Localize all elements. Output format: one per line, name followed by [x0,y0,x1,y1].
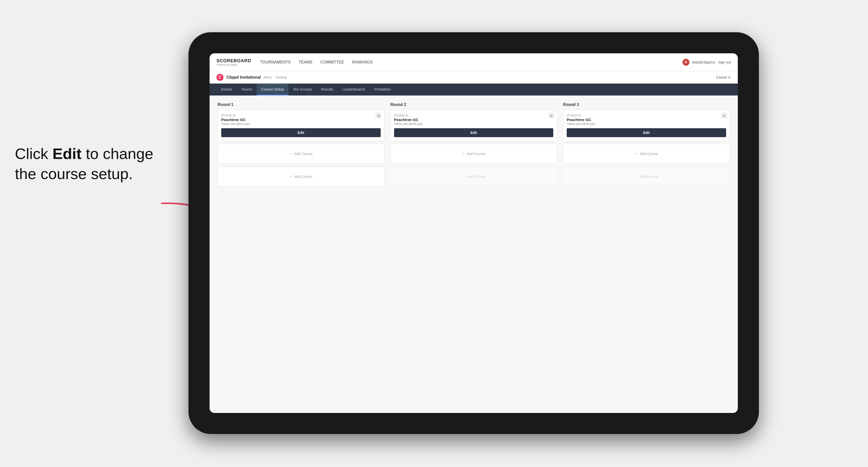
round-3-course-details: Yellow (M) (6629 yds) [567,122,726,126]
round-2-course-card: (Course A) Peachtree GC Yellow (M) (6629… [390,110,557,141]
tournament-hosting: Hosting [276,75,287,79]
nav-links: TOURNAMENTS TEAMS COMMITTEE RANKINGS [260,59,682,65]
tournament-name: Clippd Invitational [226,75,261,80]
round-2-course-details: Yellow (M) (6629 yds) [394,122,554,126]
round-1-column: Round 1 (Course A) Peachtree GC Yellow (… [217,102,384,189]
tab-results[interactable]: Results [316,84,338,95]
tablet-screen: SCOREBOARD Powered by clippd TOURNAMENTS… [210,53,738,413]
tab-teams[interactable]: Teams [237,84,257,95]
round-3-add-icon-2: ＋ [635,174,638,179]
round-2-edit-button[interactable]: Edit [394,128,554,137]
tab-leaderboards[interactable]: Leaderboards [338,84,370,95]
round-2-course-name: Peachtree GC [394,118,554,122]
top-nav: SCOREBOARD Powered by clippd TOURNAMENTS… [210,53,738,71]
round-3-column: Round 3 (Course A) Peachtree GC Yellow (… [563,102,730,189]
round-1-add-course-1[interactable]: ＋ Add Course [217,144,384,164]
user-email: blair@clippd.io [692,60,715,64]
tournament-gender: (Men) [264,75,272,79]
round-1-course-label: (Course A) [221,114,381,117]
user-avatar: B [682,59,689,66]
round-3-add-course-2: ＋ Add Course [563,167,730,187]
round-1-edit-button[interactable]: Edit [221,128,381,137]
round-2-add-course-2: ＋ Add Course [390,167,557,187]
tabs-bar: Details Teams Course Setup Tee Groups Re… [210,84,738,95]
annotation-prefix: Click [15,145,53,162]
round-1-course-details: Yellow (M) (6629 yds) [221,122,381,126]
round-1-add-course-2[interactable]: ＋ Add Course [217,167,384,187]
tab-tee-groups[interactable]: Tee Groups [288,84,317,95]
nav-link-teams[interactable]: TEAMS [299,59,312,65]
nav-link-tournaments[interactable]: TOURNAMENTS [260,59,291,65]
sign-out-link[interactable]: Sign out [718,60,731,64]
logo-title: SCOREBOARD [217,58,251,63]
nav-right: B blair@clippd.io Sign out [682,59,731,66]
tab-details[interactable]: Details [217,84,237,95]
round-2-column: Round 2 (Course A) Peachtree GC Yellow (… [390,102,557,189]
round-1-course-name: Peachtree GC [221,118,381,122]
round-2-delete-button[interactable]: ⊟ [548,113,554,119]
nav-link-rankings[interactable]: RANKINGS [352,59,373,65]
scoreboard-logo: SCOREBOARD Powered by clippd [217,58,251,66]
round-3-course-card: (Course A) Peachtree GC Yellow (M) (6629… [563,110,730,141]
round-1-title: Round 1 [217,102,384,107]
round-3-course-name: Peachtree GC [567,118,726,122]
rounds-container: Round 1 (Course A) Peachtree GC Yellow (… [217,102,730,189]
tab-printables[interactable]: Printables [370,84,395,95]
round-1-delete-button[interactable]: ⊟ [376,113,382,119]
round-2-add-course-1[interactable]: ＋ Add Course [390,144,557,164]
round-1-course-card: (Course A) Peachtree GC Yellow (M) (6629… [217,110,384,141]
round-1-add-icon-1: ＋ [289,152,292,156]
logo-sub: Powered by clippd [217,63,251,66]
annotation-bold: Edit [53,145,82,162]
tournament-logo: C [217,74,223,81]
round-1-add-icon-2: ＋ [289,174,292,179]
main-content: Round 1 (Course A) Peachtree GC Yellow (… [210,95,738,413]
tab-course-setup[interactable]: Course Setup [257,84,288,95]
round-3-edit-button[interactable]: Edit [567,128,726,137]
round-3-title: Round 3 [563,102,730,107]
annotation-text: Click Edit to change the course setup. [15,144,159,184]
round-3-course-label: (Course A) [567,114,726,117]
cancel-x-icon: ✕ [728,75,731,80]
round-2-course-label: (Course A) [394,114,554,117]
cancel-button[interactable]: Cancel ✕ [716,75,731,80]
round-2-add-icon-1: ＋ [462,152,465,156]
round-2-title: Round 2 [390,102,557,107]
round-2-add-icon-2: ＋ [462,174,465,179]
round-3-add-course-1[interactable]: ＋ Add Course [563,144,730,164]
round-3-add-icon-1: ＋ [635,152,638,156]
tournament-bar: C Clippd Invitational (Men) Hosting Canc… [210,71,738,84]
tablet-frame: SCOREBOARD Powered by clippd TOURNAMENTS… [188,32,759,434]
round-3-delete-button[interactable]: ⊟ [721,113,727,119]
nav-link-committee[interactable]: COMMITTEE [320,59,344,65]
